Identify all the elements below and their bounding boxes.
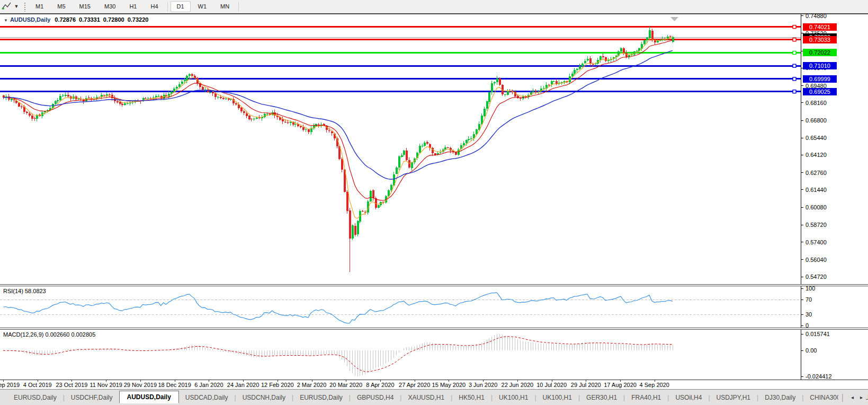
chart-tab-hk50-h1[interactable]: HK50,H1 [452,392,491,403]
panel-separator[interactable] [0,328,868,330]
macd-signal-line [3,337,673,372]
macd-tick [801,334,803,334]
toolbar-group-separator [238,2,239,12]
date-label: 12 Feb 2020 [261,382,294,388]
macd-panel-canvas[interactable] [0,330,801,380]
price-axis[interactable]: 0.748800.735200.721600.708400.694800.681… [801,14,868,380]
ma-line-34 [3,50,673,179]
date-label: 22 Jun 2020 [502,382,534,388]
price-tick [801,85,803,86]
toolbar-dropdown-caret-icon[interactable]: ▼ [13,3,20,10]
rsi-tick [801,288,803,289]
macd-name: MACD(12,26,9) [3,331,43,338]
date-label: 6 Jan 2020 [194,382,223,388]
chart-tab-uk100-h1[interactable]: UK100,H1 [536,392,578,403]
price-tick-label: 0.65440 [806,134,827,142]
date-label: 16 Sep 2019 [0,382,20,388]
collapse-triangle-icon[interactable]: ▼ [4,18,8,23]
toolbar-grip[interactable] [23,2,26,12]
hline-handle [793,38,796,41]
date-label: 23 Oct 2019 [56,382,87,388]
rsi-tick [801,325,803,326]
panel-separator[interactable] [0,284,868,286]
tab-scroll-right-icon[interactable]: ▸ [857,393,866,401]
macd-tick [801,350,803,351]
macd-tick-label: 0.00 [806,347,817,354]
hline [0,26,801,28]
hline [0,65,801,67]
chart-tab-audusd-daily[interactable]: AUDUSD,Daily [119,391,179,403]
ohlc-open: 0.72876 [55,16,76,23]
timeframe-buttons: M1M5M15M30H1H4D1W1MN [29,1,241,12]
chart-tab-ger30-h1[interactable]: GER30,H1 [580,392,623,403]
top-toolbar: ▼ M1M5M15M30H1H4D1W1MN [0,0,868,13]
tab-scroll-left-icon[interactable]: ◂ [848,393,857,401]
timeframe-D1[interactable]: D1 [171,1,191,12]
date-label: 29 Nov 2019 [124,382,157,388]
timeframe-H4[interactable]: H4 [144,1,164,12]
chart-tab-uk100-h1[interactable]: UK100,H1 [493,392,534,403]
timeframe-W1[interactable]: W1 [192,1,213,12]
chart-tab-dj30-daily[interactable]: DJ30,Daily [758,392,802,403]
chart-tab-usdjpy-h1[interactable]: USDJPY,H1 [710,392,757,403]
chart-tab-fra40-h1[interactable]: FRA40,H1 [625,392,667,403]
hline-price-label[interactable]: 0.72022 [803,49,837,56]
candlesticks [3,27,674,272]
price-tick-label: 0.61440 [806,186,827,193]
hline-price-label[interactable]: 0.71010 [803,62,837,69]
price-chart-canvas[interactable] [0,15,801,284]
price-tick [801,15,803,16]
hline-price-label[interactable]: 0.73033 [803,36,837,43]
hline-price-label[interactable]: 0.69999 [803,75,837,83]
date-label: 11 Nov 2019 [90,382,122,388]
chart-tab-usdchf-daily[interactable]: USDCHF,Daily [65,392,119,403]
chart-tab-eurusd-daily[interactable]: EURUSD,Daily [7,392,63,403]
rsi-tick-label: 70 [806,296,812,303]
hline [0,78,801,80]
macd-label: MACD(12,26,9) 0.002660 0.002805 [3,331,95,338]
chart-tab-xauusd-h1[interactable]: XAUUSD,H1 [401,392,451,403]
macd-tick-label: -0.024412 [806,373,832,380]
timeframe-M15[interactable]: M15 [73,1,97,12]
rsi-line [3,293,673,323]
chart-title: ▼AUDUSD,Daily0.728760.733310.728000.7322… [4,16,151,23]
hline [0,91,801,92]
price-tick [801,242,803,242]
current-price-line [0,37,801,38]
date-axis[interactable]: 16 Sep 20194 Oct 201923 Oct 201911 Nov 2… [0,380,801,389]
date-label: 15 May 2020 [432,382,466,388]
timeframe-M1[interactable]: M1 [29,1,50,12]
hline [0,39,801,40]
rsi-panel-canvas[interactable] [0,286,801,328]
date-label: 29 Jul 2020 [571,382,601,388]
chart-tab-gbpusd-h4[interactable]: GBPUSD,H4 [351,392,400,403]
timeframe-M5[interactable]: M5 [51,1,71,12]
ohlc-high: 0.73331 [79,16,100,23]
price-tick [801,277,803,277]
line-studies-icon[interactable] [1,2,12,11]
date-label: 8 Apr 2020 [366,382,394,388]
price-tick [801,138,803,138]
chart-bottom-border [0,380,868,380]
chart-tab-eurusd-daily[interactable]: EURUSD,Daily [293,392,349,403]
date-label: 10 Jul 2020 [536,382,567,388]
date-label: 17 Aug 2020 [604,382,637,388]
hline-handle [793,77,796,81]
ma-line-5 [3,38,673,218]
chart-tab-usdcnh-daily[interactable]: USDCNH,Daily [236,392,292,403]
timeframe-M30[interactable]: M30 [98,1,122,12]
timeframe-H1[interactable]: H1 [123,1,143,12]
price-tick-label: 0.56040 [806,256,827,263]
timeframe-MN[interactable]: MN [214,1,236,12]
hline-handle [793,90,796,93]
hline-price-label[interactable]: 0.69025 [803,88,837,95]
hline-handle [793,64,796,67]
chart-tab-usdcad-daily[interactable]: USDCAD,Daily [179,392,235,403]
price-tick-label: 0.54720 [806,273,827,280]
rsi-name: RSI(14) [3,288,23,294]
hline-handle [793,25,796,29]
hline-price-label[interactable]: 0.74021 [803,23,837,31]
price-tick-label: 0.74880 [806,12,827,20]
tab-scroll-buttons: | ◂ ▸ [838,390,866,405]
chart-tab-usoil-h4[interactable]: USOil,H4 [669,392,708,403]
